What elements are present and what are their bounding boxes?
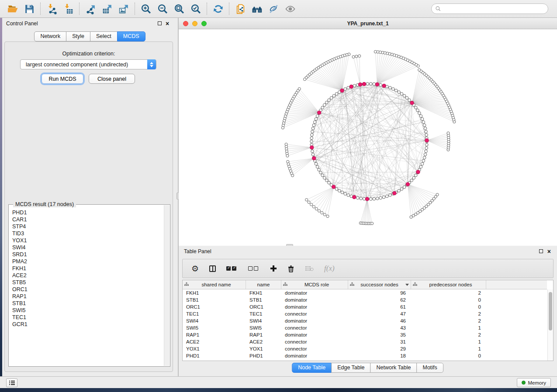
import-table-button[interactable] (61, 2, 76, 15)
sort-descending-icon (405, 284, 409, 286)
toolbar-separator (135, 3, 135, 15)
task-history-button[interactable] (6, 378, 17, 387)
export-image-button[interactable] (116, 2, 131, 15)
toolbar-separator (40, 3, 41, 15)
tab-node-table[interactable]: Node Table (292, 363, 332, 373)
run-mcds-button[interactable]: Run MCDS (42, 74, 83, 84)
select-all-button[interactable] (226, 266, 238, 271)
tab-motifs[interactable]: Motifs (416, 363, 443, 373)
show-graphics-details-button[interactable] (283, 2, 298, 15)
table-row[interactable]: SWI4SWI4dominator462 (183, 317, 547, 324)
table-row[interactable]: SWI5SWI5connector431 (183, 324, 547, 331)
table-row[interactable]: PHD1PHD1dominator180 (183, 352, 547, 359)
export-network-button[interactable] (83, 2, 98, 15)
table-scrollbar[interactable] (547, 289, 553, 361)
import-network-button[interactable] (44, 2, 59, 15)
cell-mcds_role: dominator (281, 331, 348, 338)
save-session-button[interactable] (22, 2, 37, 15)
zoom-fit-button[interactable] (172, 2, 187, 15)
memory-label: Memory (528, 380, 546, 385)
column-header-successor-nodes[interactable]: successor nodes (348, 280, 411, 289)
mcds-node[interactable] (416, 170, 420, 174)
column-header-shared-name[interactable]: shared name (183, 280, 246, 289)
zoom-out-icon (157, 3, 168, 14)
zoom-in-button[interactable] (138, 2, 153, 15)
mcds-node[interactable] (425, 139, 429, 142)
mcds-node[interactable] (365, 197, 369, 201)
close-table-panel-icon[interactable]: × (547, 248, 551, 255)
result-scrollbar[interactable] (164, 205, 170, 366)
cell-mcds_role: connector (281, 345, 348, 352)
tab-select[interactable]: Select (90, 31, 118, 41)
mcds-node[interactable] (382, 84, 386, 87)
unchecked-box-icon (248, 266, 253, 271)
table-row[interactable]: YOX1YOX1connector291 (183, 345, 547, 352)
mcds-node[interactable] (358, 83, 362, 86)
column-header-name[interactable]: name (246, 280, 281, 289)
clone-network-button[interactable] (233, 2, 248, 15)
mcds-node[interactable] (406, 182, 409, 186)
mcds-node[interactable] (310, 146, 314, 149)
mcds-node[interactable] (312, 156, 316, 160)
mcds-node[interactable] (362, 82, 366, 86)
hide-graphics-details-button[interactable] (266, 2, 281, 15)
cell-mcds_role: dominator (281, 352, 348, 359)
float-panel-icon[interactable] (158, 21, 162, 25)
table-row[interactable]: RAP1RAP1dominator352 (183, 331, 547, 338)
mcds-node[interactable] (340, 89, 344, 92)
find-network-button[interactable] (249, 2, 264, 15)
search-input[interactable] (441, 4, 548, 13)
mcds-node[interactable] (349, 85, 353, 88)
network-graph[interactable] (179, 29, 557, 246)
tree-icon (350, 282, 354, 287)
table-panel: Table Panel × ⚙ f(x) shared namenameMCDS… (179, 246, 557, 376)
mcds-node[interactable] (318, 111, 321, 114)
eye-icon (285, 3, 296, 14)
tab-edge-table[interactable]: Edge Table (331, 363, 370, 373)
table-row[interactable]: ACE2ACE2connector311 (183, 338, 547, 345)
tab-style[interactable]: Style (66, 31, 90, 41)
zoom-out-button[interactable] (155, 2, 170, 15)
table-row[interactable]: STB1STB1dominator620 (183, 296, 547, 303)
column-header-MCDS-role[interactable]: MCDS role (281, 280, 348, 289)
zoom-selected-button[interactable] (188, 2, 203, 15)
result-node: TEC1 (12, 314, 163, 321)
table-settings-button[interactable]: ⚙ (191, 265, 199, 273)
tab-network[interactable]: Network (34, 31, 66, 41)
status-bar: Memory (0, 376, 557, 388)
cell-name: STB1 (246, 296, 281, 303)
toolbar-search[interactable] (431, 3, 548, 14)
table-row[interactable]: TEC1TEC1connector472 (183, 310, 547, 317)
column-header-predecessor-nodes[interactable]: predecessor nodes (411, 280, 486, 289)
table-scrollbar-thumb[interactable] (549, 292, 552, 330)
mcds-node[interactable] (332, 185, 336, 189)
tab-mcds[interactable]: MCDS (117, 31, 145, 41)
network-canvas[interactable] (179, 29, 557, 246)
export-table-button[interactable] (100, 2, 114, 15)
mcds-result-list[interactable]: PHD1CAR1STP4TID3YOX1SWI4SRD1PMA2FKH1ACE2… (12, 209, 163, 364)
cell-shared_name: ORC1 (183, 303, 246, 310)
mcds-node[interactable] (410, 101, 414, 105)
split-panel-button[interactable] (209, 265, 216, 272)
result-node: PHD1 (12, 209, 163, 216)
hide-columns-button-disabled (305, 265, 314, 272)
mcds-node[interactable] (353, 195, 356, 199)
close-panel-button[interactable]: Close panel (89, 74, 135, 84)
delete-column-button[interactable] (287, 265, 294, 272)
table-row[interactable]: FKH1FKH1dominator962 (183, 289, 547, 296)
add-column-button[interactable] (270, 265, 277, 272)
close-panel-icon[interactable]: × (166, 20, 169, 27)
memory-button[interactable]: Memory (517, 378, 551, 387)
open-file-button[interactable] (5, 2, 20, 15)
refresh-view-button[interactable] (211, 2, 225, 15)
result-node: FKH1 (12, 265, 163, 272)
mcds-node[interactable] (393, 192, 396, 195)
deselect-all-button[interactable] (248, 266, 259, 271)
tab-network-table[interactable]: Network Table (370, 363, 417, 373)
network-titlebar[interactable]: YPA_prune.txt_1 (179, 18, 557, 29)
float-table-panel-icon[interactable] (539, 249, 543, 253)
criterion-select[interactable]: largest connected component (undirected) (20, 59, 156, 69)
mcds-node[interactable] (375, 83, 379, 86)
node-table-body: FKH1FKH1dominator962STB1STB1dominator620… (183, 289, 547, 361)
table-row[interactable]: ORC1ORC1dominator610 (183, 303, 547, 310)
